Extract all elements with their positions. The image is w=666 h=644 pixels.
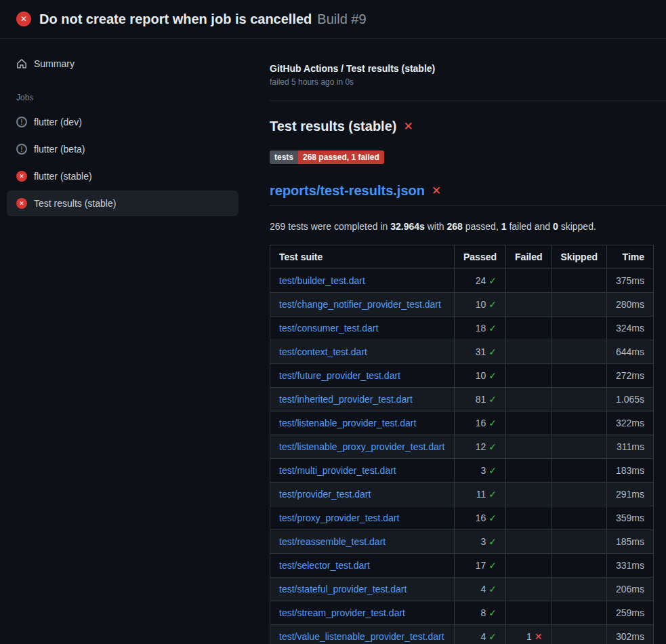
skipped-cell <box>551 506 606 530</box>
suite-cell: test/value_listenable_provider_test.dart <box>270 625 455 644</box>
summary-failed-count: 1 <box>501 221 507 232</box>
table-row: test/context_test.dart 31✓ 644ms <box>270 340 654 364</box>
sidebar-item-flutter-beta[interactable]: ! flutter (beta) <box>7 136 238 162</box>
col-header-test-suite: Test suite <box>270 245 455 269</box>
suite-cell: test/provider_test.dart <box>270 483 455 506</box>
skipped-cell <box>551 483 606 506</box>
passed-cell: 16✓ <box>455 506 506 530</box>
passed-cell: 81✓ <box>455 388 506 411</box>
table-row: test/builder_test.dart 24✓ 375ms <box>270 269 654 293</box>
suite-link[interactable]: test/multi_provider_test.dart <box>279 465 396 476</box>
failed-cell: 1✕ <box>506 625 551 644</box>
failed-cell <box>506 269 551 293</box>
suite-link[interactable]: test/stateful_provider_test.dart <box>279 584 407 595</box>
check-icon: ✓ <box>488 489 497 500</box>
summary-text: with <box>425 221 447 232</box>
badge-value: 268 passed, 1 failed <box>298 150 384 164</box>
failed-cell <box>506 554 551 578</box>
time-cell: 375ms <box>606 269 653 293</box>
suite-link[interactable]: test/selector_test.dart <box>279 560 370 571</box>
passed-cell: 12✓ <box>455 435 506 459</box>
suite-cell: test/consumer_test.dart <box>270 317 455 340</box>
suite-link[interactable]: test/stream_provider_test.dart <box>279 607 405 618</box>
job-label: Test results (stable) <box>34 198 116 209</box>
sidebar: Summary Jobs ! flutter (dev) ! flutter (… <box>0 39 270 218</box>
check-icon: ✓ <box>488 560 497 571</box>
badge-wrap: tests 268 passed, 1 failed <box>270 150 666 164</box>
passed-count: 3 <box>481 465 486 476</box>
suite-link[interactable]: test/future_provider_test.dart <box>279 370 400 381</box>
suite-link[interactable]: test/builder_test.dart <box>279 275 365 286</box>
summary-text: passed, <box>463 221 501 232</box>
report-link[interactable]: reports/test-results.json <box>270 183 425 199</box>
skipped-cell <box>551 554 606 578</box>
table-row: test/multi_provider_test.dart 3✓ 183ms <box>270 459 654 483</box>
col-header-time: Time <box>606 245 653 269</box>
suite-link[interactable]: test/inherited_provider_test.dart <box>279 394 413 405</box>
suite-link[interactable]: test/value_listenable_provider_test.dart <box>279 631 444 642</box>
table-row: test/change_notifier_provider_test.dart … <box>270 293 654 317</box>
failed-cell <box>506 459 551 483</box>
suite-link[interactable]: test/listenable_proxy_provider_test.dart <box>279 441 444 452</box>
job-label: flutter (dev) <box>34 117 82 127</box>
summary-passed-count: 268 <box>447 221 463 232</box>
suite-cell: test/future_provider_test.dart <box>270 364 455 388</box>
summary-skipped-count: 0 <box>553 221 558 232</box>
time-cell: 183ms <box>606 459 653 483</box>
time-cell: 272ms <box>606 364 653 388</box>
sidebar-item-summary[interactable]: Summary <box>7 51 238 77</box>
failed-cell <box>506 388 551 411</box>
failed-status-icon: ✕ <box>16 198 27 209</box>
time-cell: 291ms <box>606 483 653 506</box>
failed-status-icon: ✕ <box>16 171 27 182</box>
run-build-number: Build #9 <box>317 12 366 27</box>
check-icon: ✓ <box>488 536 497 547</box>
sidebar-item-flutter-dev[interactable]: ! flutter (dev) <box>7 109 238 135</box>
suite-link[interactable]: test/consumer_test.dart <box>279 323 378 334</box>
check-icon: ✓ <box>488 275 497 286</box>
failed-cell <box>506 340 551 364</box>
skipped-cell <box>551 459 606 483</box>
suite-cell: test/context_test.dart <box>270 340 455 364</box>
table-row: test/inherited_provider_test.dart 81✓ 1.… <box>270 388 654 411</box>
time-cell: 1.065s <box>606 388 653 411</box>
summary-text: 269 tests were completed in <box>270 221 390 232</box>
skipped-cell <box>551 317 606 340</box>
content-divider <box>270 100 666 101</box>
skipped-cell <box>551 293 606 317</box>
check-icon: ✓ <box>488 607 497 618</box>
neutral-status-icon: ! <box>16 144 27 155</box>
sidebar-item-test-results-stable[interactable]: ✕ Test results (stable) <box>7 190 238 216</box>
run-title: Do not create report when job is cancell… <box>39 12 312 27</box>
time-cell: 331ms <box>606 554 653 578</box>
passed-count: 31 <box>476 346 486 357</box>
passed-count: 16 <box>476 418 486 428</box>
suite-link[interactable]: test/proxy_provider_test.dart <box>279 512 399 523</box>
main-panel: GitHub Actions / Test results (stable) f… <box>270 39 666 644</box>
suite-cell: test/proxy_provider_test.dart <box>270 506 455 530</box>
time-cell: 311ms <box>606 435 653 459</box>
passed-count: 8 <box>481 607 486 618</box>
failed-cell <box>506 601 551 625</box>
passed-cell: 8✓ <box>455 601 506 625</box>
suite-link[interactable]: test/provider_test.dart <box>279 489 371 500</box>
suite-link[interactable]: test/reassemble_test.dart <box>279 536 386 547</box>
suite-link[interactable]: test/context_test.dart <box>279 346 367 357</box>
check-title-row: Test results (stable) ✕ <box>270 119 666 134</box>
suite-link[interactable]: test/listenable_provider_test.dart <box>279 418 416 428</box>
passed-count: 12 <box>476 441 486 452</box>
breadcrumb: GitHub Actions / Test results (stable) <box>270 63 666 74</box>
report-heading-row: reports/test-results.json ✕ <box>270 183 666 206</box>
summary-text: failed and <box>507 221 554 232</box>
table-header-row: Test suite Passed Failed Skipped Time <box>270 245 654 269</box>
passed-cell: 31✓ <box>455 340 506 364</box>
suite-link[interactable]: test/change_notifier_provider_test.dart <box>279 299 441 310</box>
run-failed-icon: ✕ <box>16 12 31 26</box>
passed-cell: 11✓ <box>455 483 506 506</box>
suite-cell: test/listenable_proxy_provider_test.dart <box>270 435 455 459</box>
failed-cell <box>506 411 551 435</box>
suite-cell: test/selector_test.dart <box>270 554 455 578</box>
results-table: Test suite Passed Failed Skipped Time te… <box>270 245 654 644</box>
sidebar-item-flutter-stable[interactable]: ✕ flutter (stable) <box>7 163 238 189</box>
passed-cell: 18✓ <box>455 317 506 340</box>
